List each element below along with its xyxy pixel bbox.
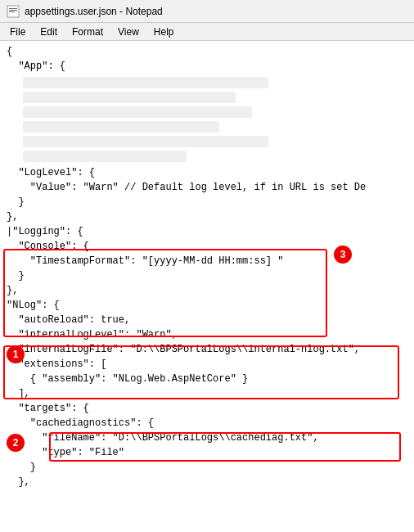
code-line-filename: "fileName": "D:\\BPSPortalLogs\\cachedia…	[7, 431, 407, 445]
title-bar: appsettings.user.json - Notepad	[0, 0, 414, 23]
code-line-extensions: "extensions": [	[7, 357, 407, 372]
menu-view[interactable]: View	[111, 25, 146, 39]
annotation-circle-3: 3	[334, 246, 352, 264]
code-line-logging: |"Logging": {	[7, 224, 407, 239]
code-line-close1: }	[7, 195, 407, 210]
code-line-close2: },	[7, 210, 407, 224]
menu-help[interactable]: Help	[147, 25, 181, 39]
svg-rect-1	[9, 8, 17, 9]
code-line-close6: }	[7, 460, 407, 475]
code-line-close3: }	[7, 268, 407, 283]
code-line-2: "App": {	[7, 59, 407, 74]
svg-rect-2	[9, 10, 17, 11]
code-line-cachediag: "cachediagnostics": {	[7, 416, 407, 431]
menu-edit[interactable]: Edit	[34, 25, 64, 39]
svg-rect-3	[9, 11, 15, 12]
menu-format[interactable]: Format	[65, 25, 110, 39]
code-line-1: {	[7, 44, 407, 59]
code-line-internalloglevel: "internalLogLevel": "Warn",	[7, 327, 407, 342]
code-line-loglevel: "LogLevel": {	[7, 165, 407, 180]
code-line-type: "type": "File"	[7, 445, 407, 460]
code-line-close7: },	[7, 475, 407, 489]
title-bar-text: appsettings.user.json - Notepad	[25, 6, 163, 17]
code-line-targets: "targets": {	[7, 401, 407, 416]
code-line-close5: ],	[7, 386, 407, 401]
menu-bar: File Edit Format View Help	[0, 23, 414, 41]
annotation-circle-2: 2	[7, 434, 25, 452]
code-line-value: "Value": "Warn" // Default log level, if…	[7, 180, 407, 195]
editor-area[interactable]: { "App": { "LogLevel": { "Value": "Warn"…	[0, 41, 414, 532]
code-line-nlog: "NLog": {	[7, 298, 407, 313]
code-line-close4: },	[7, 283, 407, 298]
annotation-circle-1: 1	[7, 345, 25, 363]
menu-file[interactable]: File	[3, 25, 32, 39]
code-line-autoreload: "autoReload": true,	[7, 313, 407, 327]
notepad-icon	[7, 5, 20, 18]
code-line-assembly: { "assembly": "NLog.Web.AspNetCore" }	[7, 372, 407, 386]
code-line-internallogfile: "internalLogFile": "D:\\BPSPortalLogs\\i…	[7, 342, 407, 357]
